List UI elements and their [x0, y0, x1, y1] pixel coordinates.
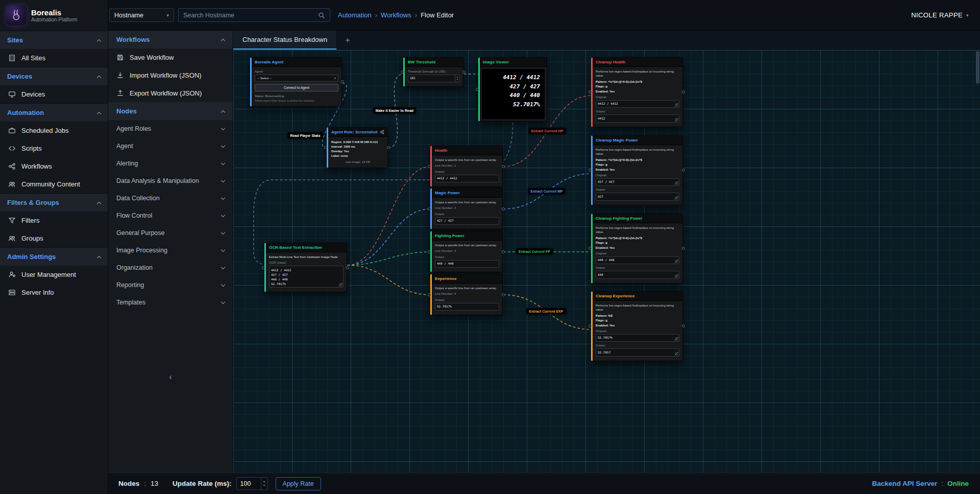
input-port[interactable]: [428, 293, 431, 296]
ocr-output-textarea[interactable]: 4412 / 4412 427 / 427 440 / 440 52.7017%: [269, 266, 344, 288]
number-spinner[interactable]: ▲▼: [261, 478, 267, 489]
sidebar-item-server-info[interactable]: Server Info: [0, 284, 108, 301]
output-field[interactable]: 4412 / 4412: [435, 175, 499, 182]
sidebar-item-filters[interactable]: Filters: [0, 211, 108, 229]
connect-to-agent-button[interactable]: Connect to Agent: [255, 84, 338, 91]
output-field[interactable]: 427 / 427: [435, 217, 499, 225]
sidebar-item-scheduled-jobs[interactable]: Scheduled Jobs: [0, 122, 108, 139]
new-tab-button[interactable]: +: [337, 31, 358, 50]
edge-label-extract-mp[interactable]: Extract Current MP: [528, 188, 565, 194]
input-port[interactable]: [428, 250, 431, 253]
input-port[interactable]: [324, 146, 327, 149]
palette-section-workflows[interactable]: Workflows: [108, 31, 233, 49]
sidebar-item-scripts[interactable]: Scripts: [0, 139, 108, 157]
category-organization[interactable]: Organization: [108, 259, 233, 276]
collapse-palette-button[interactable]: ‹: [108, 372, 233, 382]
sidebar-section-sites[interactable]: Sites: [0, 31, 108, 49]
node-health[interactable]: Health Output a specific line from an up…: [430, 146, 503, 187]
export-workflow-button[interactable]: Export Workflow (JSON): [108, 84, 233, 102]
sidebar-item-community-content[interactable]: Community Content: [0, 175, 108, 193]
output-textarea[interactable]: 440: [596, 271, 679, 278]
node-cleanup-health[interactable]: Cleanup Health Performs live regex-based…: [591, 57, 683, 127]
edge-label-make-it-easier[interactable]: Make it Easier to Read: [373, 107, 416, 113]
output-port[interactable]: [502, 207, 505, 210]
canvas-scrollbar[interactable]: [976, 51, 979, 84]
edge-label-extract-exp[interactable]: Extract Current EXP: [527, 308, 566, 314]
category-flow-control[interactable]: Flow Control: [108, 207, 233, 224]
edge-label-extract-hp[interactable]: Extract Current HP: [529, 128, 566, 134]
node-cleanup-fighting-power[interactable]: Cleanup Fighting Power Performs live reg…: [591, 214, 683, 284]
category-reporting[interactable]: Reporting: [108, 276, 233, 294]
input-port[interactable]: [428, 165, 431, 168]
input-port[interactable]: [589, 247, 592, 250]
category-general-purpose[interactable]: General Purpose: [108, 224, 233, 242]
edge-ocr-to-fighting[interactable]: [347, 252, 430, 265]
sidebar-section-admin-settings[interactable]: Admin Settings: [0, 247, 108, 266]
node-cleanup-magic-power[interactable]: Cleanup Magic Power Performs live regex-…: [591, 135, 683, 205]
output-textarea[interactable]: 52.7017: [596, 348, 679, 356]
sidebar-section-devices[interactable]: Devices: [0, 67, 108, 85]
input-port[interactable]: [589, 90, 592, 93]
edge-ocr-to-magic[interactable]: [347, 209, 430, 265]
search-icon[interactable]: [318, 12, 325, 19]
node-magic-power[interactable]: Magic Power Output a specific line from …: [430, 188, 503, 229]
output-textarea[interactable]: 427: [596, 193, 679, 200]
edge-ocr-to-experience[interactable]: [347, 265, 430, 295]
original-textarea[interactable]: 440 / 440: [596, 256, 679, 264]
output-port[interactable]: [502, 293, 505, 296]
node-cleanup-experience[interactable]: Cleanup Experience Performs live regex-b…: [591, 291, 683, 361]
node-bw-threshold[interactable]: BW Threshold Threshold Strength (0–255):…: [403, 57, 463, 87]
node-image-viewer[interactable]: Image Viewer 4412 / 4412 427 / 427 440 /…: [478, 57, 547, 122]
category-data-analysis[interactable]: Data Analysis & Manipulation: [108, 172, 233, 190]
import-workflow-button[interactable]: Import Workflow (JSON): [108, 66, 233, 84]
category-alerting[interactable]: Alerting: [108, 155, 233, 172]
output-port[interactable]: [502, 165, 505, 168]
node-borealis-agent[interactable]: Borealis Agent Agent: -- Select -- ▾ Con…: [250, 57, 342, 107]
share-icon[interactable]: [380, 130, 384, 134]
save-workflow-button[interactable]: Save Workflow: [108, 49, 233, 66]
output-field[interactable]: 52.7017%: [435, 303, 499, 311]
sidebar-item-user-management[interactable]: User Management: [0, 266, 108, 284]
hostname-dropdown[interactable]: Hostname ▾: [109, 8, 174, 22]
search-input[interactable]: [183, 12, 318, 19]
edge-label-extract-fp[interactable]: Extract Current FP: [516, 248, 553, 254]
input-port[interactable]: [589, 324, 592, 327]
number-spinner[interactable]: ▲▼: [455, 75, 459, 82]
output-textarea[interactable]: 4412: [596, 114, 679, 122]
output-port[interactable]: [346, 266, 349, 269]
original-textarea[interactable]: 4412 / 4412: [596, 100, 679, 108]
node-experience[interactable]: Experience Output a specific line from a…: [430, 274, 503, 315]
original-textarea[interactable]: 427 / 427: [596, 178, 679, 186]
sidebar-item-all-sites[interactable]: All Sites: [0, 49, 108, 67]
flow-canvas[interactable]: Borealis Agent Agent: -- Select -- ▾ Con…: [233, 50, 980, 473]
apply-rate-button[interactable]: Apply Rate: [276, 477, 321, 490]
sidebar-item-workflows[interactable]: Workflows: [0, 157, 108, 175]
input-port[interactable]: [589, 169, 592, 172]
input-port[interactable]: [476, 88, 479, 91]
breadcrumb-automation[interactable]: Automation: [338, 11, 372, 19]
input-port[interactable]: [401, 70, 404, 74]
input-port[interactable]: [262, 266, 265, 269]
node-fighting-power[interactable]: Fighting Power Output a specific line fr…: [430, 231, 503, 272]
palette-section-nodes[interactable]: Nodes: [108, 102, 233, 120]
edge-label-read-player-stats[interactable]: Read Player Stats: [287, 132, 323, 138]
output-field[interactable]: 440 / 440: [435, 260, 499, 268]
original-textarea[interactable]: 52.7017%: [596, 334, 679, 342]
category-image-processing[interactable]: Image Processing: [108, 242, 233, 259]
output-port[interactable]: [387, 146, 390, 149]
node-ocr-text-extraction[interactable]: OCR-Based Text Extraction Extract Multi-…: [264, 243, 347, 292]
threshold-input[interactable]: 181 ▲▼: [408, 75, 460, 82]
user-menu[interactable]: NICOLE RAPPE ▾: [911, 11, 969, 19]
sidebar-item-groups[interactable]: Groups: [0, 229, 108, 247]
node-agent-role-screenshot[interactable]: Agent Role: Screenshot Region: X:200 Y:4…: [327, 127, 388, 168]
sidebar-section-filters-groups[interactable]: Filters & Groups: [0, 193, 108, 211]
tab-character-status-breakdown[interactable]: Character Status Breakdown: [233, 31, 337, 50]
agent-select[interactable]: -- Select -- ▾: [255, 75, 338, 81]
output-port[interactable]: [502, 250, 505, 253]
input-port[interactable]: [428, 207, 431, 210]
edge-ocr-to-health[interactable]: [347, 167, 430, 265]
sidebar-section-automation[interactable]: Automation: [0, 103, 108, 122]
category-templates[interactable]: Templates: [108, 294, 233, 311]
breadcrumb-workflows[interactable]: Workflows: [381, 11, 411, 19]
category-agent-roles[interactable]: Agent Roles: [108, 120, 233, 137]
